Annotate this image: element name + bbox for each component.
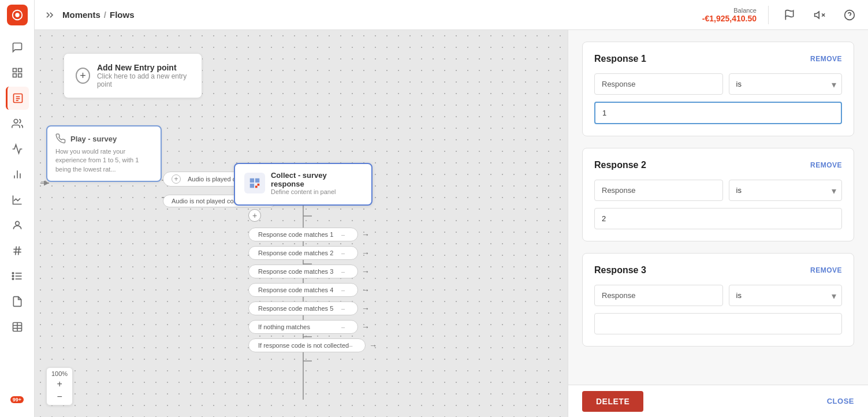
zoom-level: 100% bbox=[51, 370, 68, 377]
collect-text: Collect - survey response Define content… bbox=[271, 171, 362, 195]
close-button[interactable]: CLOSE bbox=[827, 397, 854, 405]
sidebar-item-list[interactable] bbox=[6, 265, 29, 288]
response-section-3: Response 3 REMOVE is is not contains sta… bbox=[582, 253, 854, 347]
response-label-4: Response code matches 4 bbox=[258, 286, 333, 293]
response-label-7: If response code is not collected bbox=[258, 342, 349, 349]
help-icon[interactable] bbox=[840, 6, 859, 24]
response-2-field-input[interactable] bbox=[594, 180, 723, 201]
sidebar-item-contacts[interactable] bbox=[6, 112, 29, 135]
response-arrow-3: → bbox=[362, 267, 370, 276]
svg-point-10 bbox=[14, 120, 18, 124]
breadcrumb-separator: / bbox=[104, 10, 106, 20]
sidebar-item-hashtag[interactable] bbox=[6, 239, 29, 262]
response-1-title: Response 1 bbox=[594, 54, 646, 64]
response-row-6: If nothing matches – → bbox=[248, 320, 377, 334]
entry-title: Add New Entry point bbox=[97, 63, 190, 72]
response-section-2: Response 2 REMOVE is is not contains sta… bbox=[582, 148, 854, 241]
response-2-operator-wrapper: is is not contains starts with bbox=[729, 180, 843, 201]
sidebar-item-survey[interactable] bbox=[6, 87, 29, 110]
response-3-remove[interactable]: REMOVE bbox=[810, 266, 842, 274]
zoom-controls: 100% + − bbox=[46, 367, 73, 405]
svg-point-14 bbox=[15, 221, 19, 225]
response-row-7: If response code is not collected – → bbox=[248, 338, 377, 352]
zoom-minus-btn[interactable]: − bbox=[54, 391, 65, 403]
main-area: Moments / Flows Balance -€1,925,410.50 bbox=[35, 0, 868, 417]
balance-block: Balance -€1,925,410.50 bbox=[702, 7, 757, 23]
response-pill-3[interactable]: Response code matches 3 – bbox=[248, 265, 358, 278]
response-pill-2[interactable]: Response code matches 2 – bbox=[248, 246, 358, 260]
canvas[interactable]: + Add New Entry point Click here to add … bbox=[35, 30, 568, 417]
zoom-plus-btn[interactable]: + bbox=[54, 378, 65, 390]
response-label-1: Response code matches 1 bbox=[258, 231, 333, 238]
breadcrumb-flows[interactable]: Flows bbox=[110, 10, 135, 20]
response-1-operator-wrapper: is is not contains starts with bbox=[729, 73, 843, 95]
delete-button[interactable]: DELETE bbox=[582, 391, 643, 412]
flag-icon[interactable] bbox=[780, 6, 799, 24]
response-row-4: Response code matches 4 – → bbox=[248, 283, 377, 297]
add-response-btn[interactable]: + bbox=[248, 209, 261, 222]
play-survey-header: Play - survey bbox=[55, 133, 152, 144]
response-pill-1[interactable]: Response code matches 1 – bbox=[248, 228, 358, 241]
response-row-5: Response code matches 5 – → bbox=[248, 301, 377, 315]
mute-icon[interactable] bbox=[810, 6, 829, 24]
response-arrow-6: → bbox=[362, 322, 370, 332]
response-pill-5[interactable]: Response code matches 5 – bbox=[248, 301, 358, 315]
sidebar-item-analytics[interactable] bbox=[6, 163, 29, 186]
response-arrow-4: → bbox=[362, 285, 370, 295]
response-1-value-input[interactable] bbox=[594, 102, 842, 124]
response-3-operator-wrapper: is is not contains starts with bbox=[729, 285, 843, 306]
response-pill-4[interactable]: Response code matches 4 – bbox=[248, 283, 358, 297]
sidebar-item-people[interactable] bbox=[6, 214, 29, 237]
responses-area: + Response code matches 1 – → Response c… bbox=[248, 209, 377, 352]
play-survey-node[interactable]: Play - survey How you would rate your ex… bbox=[46, 125, 162, 182]
play-survey-title: Play - survey bbox=[70, 135, 117, 143]
app-logo[interactable] bbox=[7, 5, 28, 25]
response-1-remove[interactable]: REMOVE bbox=[810, 55, 842, 63]
entry-subtitle: Click here to add a new entry point bbox=[97, 72, 190, 88]
response-label-2: Response code matches 2 bbox=[258, 250, 333, 256]
canvas-wrapper: + Add New Entry point Click here to add … bbox=[35, 30, 868, 417]
right-panel-scroll[interactable]: Response 1 REMOVE is is not contains sta… bbox=[568, 30, 868, 385]
sidebar-item-grid[interactable] bbox=[6, 61, 29, 84]
svg-point-24 bbox=[12, 278, 14, 280]
response-1-field-input[interactable] bbox=[594, 73, 723, 95]
response-3-operator-select[interactable]: is is not contains starts with bbox=[729, 285, 843, 306]
sidebar-item-chat[interactable] bbox=[6, 36, 29, 59]
branch-add-btn[interactable]: + bbox=[172, 174, 181, 184]
sidebar-item-table[interactable] bbox=[6, 315, 29, 338]
response-section-2-header: Response 2 REMOVE bbox=[594, 160, 842, 170]
collect-header: Collect - survey response Define content… bbox=[244, 171, 362, 195]
svg-point-1 bbox=[15, 13, 19, 17]
breadcrumb-moments[interactable]: Moments bbox=[62, 10, 100, 20]
svg-rect-2 bbox=[13, 69, 16, 72]
sidebar-item-review[interactable] bbox=[6, 290, 29, 313]
svg-point-22 bbox=[12, 273, 14, 274]
sidebar-badge[interactable]: 99+ bbox=[6, 388, 29, 411]
sidebar-item-campaigns[interactable] bbox=[6, 137, 29, 161]
svg-marker-30 bbox=[815, 12, 819, 18]
collect-node[interactable]: Collect - survey response Define content… bbox=[234, 163, 372, 206]
response-arrow-2: → bbox=[362, 248, 370, 258]
response-2-value-input[interactable] bbox=[594, 208, 842, 229]
response-pill-6[interactable]: If nothing matches – bbox=[248, 320, 358, 334]
svg-rect-5 bbox=[18, 74, 21, 77]
response-pill-7[interactable]: If response code is not collected – bbox=[248, 338, 366, 352]
response-1-operator-select[interactable]: is is not contains starts with bbox=[729, 73, 843, 95]
expand-button[interactable] bbox=[44, 9, 55, 21]
svg-rect-49 bbox=[250, 178, 254, 183]
response-3-field-input[interactable] bbox=[594, 285, 723, 306]
response-2-operator-select[interactable]: is is not contains starts with bbox=[729, 180, 843, 201]
topbar: Moments / Flows Balance -€1,925,410.50 bbox=[35, 0, 868, 30]
svg-rect-52 bbox=[255, 186, 258, 188]
response-2-remove[interactable]: REMOVE bbox=[810, 161, 842, 169]
response-3-value-input[interactable] bbox=[594, 313, 842, 334]
svg-rect-3 bbox=[18, 69, 21, 72]
response-arrow-1: → bbox=[362, 230, 370, 239]
response-section-1-header: Response 1 REMOVE bbox=[594, 54, 842, 64]
response-row-3: Response code matches 3 – → bbox=[248, 265, 377, 278]
sidebar-item-chart[interactable] bbox=[6, 188, 29, 211]
bottom-bar: DELETE CLOSE bbox=[568, 385, 868, 417]
response-row-1: Response code matches 1 – → bbox=[248, 228, 377, 241]
entry-point-card[interactable]: + Add New Entry point Click here to add … bbox=[64, 53, 202, 98]
response-arrow-7: → bbox=[369, 341, 377, 350]
